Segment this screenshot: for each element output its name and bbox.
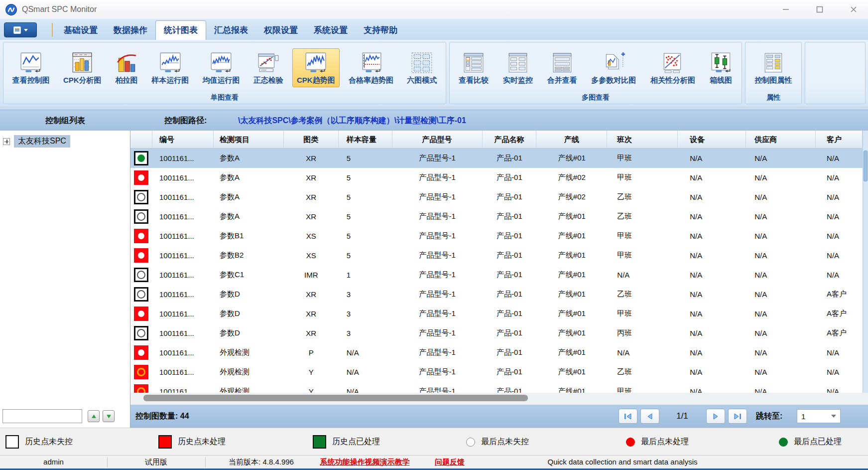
cell-1-8: N/A xyxy=(678,173,746,182)
tree-root-node[interactable]: 太友科技SPC xyxy=(14,135,70,148)
cell-3-3: 5 xyxy=(339,212,392,221)
cell-6-7: N/A xyxy=(607,271,678,279)
header-col-6[interactable]: 产线 xyxy=(536,131,607,149)
app-menu-icon[interactable] xyxy=(4,22,37,37)
tab-3[interactable]: 汇总报表 xyxy=(206,21,256,40)
vertical-scrollbar[interactable] xyxy=(863,131,868,393)
cell-2-4: 产品型号-1 xyxy=(392,192,483,202)
vertical-scrollbar-thumb[interactable] xyxy=(864,151,868,181)
legend-square-swatch xyxy=(158,435,172,449)
tab-6[interactable]: 支持帮助 xyxy=(356,21,405,40)
ribbon-button-2-0[interactable]: 控制图属性 xyxy=(750,48,797,87)
ribbon-button-1-0[interactable]: 查看比较 xyxy=(454,48,493,87)
white-ring-status-icon xyxy=(134,209,148,224)
ribbon-button-1-4[interactable]: 相关性分析图 xyxy=(646,48,700,87)
cell-5-3: 5 xyxy=(339,251,392,260)
cell-8-1: 参数D xyxy=(214,309,284,318)
legend-label: 最后点已处理 xyxy=(794,437,842,447)
first-page-icon[interactable] xyxy=(619,409,637,424)
tab-1[interactable]: 数据操作 xyxy=(106,21,155,40)
table-row[interactable]: 1001161...外观检测PN/A产品型号-1产品-01产线#01N/AN/A… xyxy=(130,343,863,362)
table-row[interactable]: 1001161...参数DXR3产品型号-1产品-01产线#01乙班N/AN/A… xyxy=(130,285,863,304)
tab-2[interactable]: 统计图表 xyxy=(155,20,206,40)
header-status-column[interactable] xyxy=(130,131,152,149)
ribbon-button-1-2[interactable]: 合并查看 xyxy=(543,48,582,87)
header-col-1[interactable]: 检测项目 xyxy=(214,131,284,149)
cell-3-0: 1001161... xyxy=(152,212,214,221)
cell-10-0: 1001161... xyxy=(152,348,214,357)
close-icon[interactable] xyxy=(846,3,861,15)
table-row[interactable]: 1001161...参数AXR5产品型号-1产品-01产线#01乙班N/AN/A… xyxy=(130,207,863,226)
minimize-icon[interactable] xyxy=(778,3,793,15)
table-row[interactable]: 1001161...参数DXR3产品型号-1产品-01产线#01丙班N/AN/A… xyxy=(130,323,863,343)
ribbon-button-0-8[interactable]: 六图模式 xyxy=(402,48,441,87)
cell-0-3: 5 xyxy=(339,154,392,162)
jump-to-select[interactable]: 1 xyxy=(797,409,841,423)
legend-item: 最后点未失控 xyxy=(466,428,529,456)
header-col-9[interactable]: 供应商 xyxy=(746,131,816,149)
tab-0[interactable]: 基础设置 xyxy=(56,21,106,40)
ribbon-button-label: 合并查看 xyxy=(547,76,577,85)
cell-11-0: 1001161... xyxy=(152,368,214,376)
cell-6-8: N/A xyxy=(678,271,746,279)
chart-path-value: \太友科技SPC\参考案例（以工序顺序构建）\计量型检测\工序-01 xyxy=(238,110,466,131)
cell-7-10: A客户 xyxy=(816,290,863,299)
table-row[interactable]: 1001161...外观检测YN/A产品型号-1产品-01产线#01甲班N/AN… xyxy=(130,382,863,393)
header-col-7[interactable]: 班次 xyxy=(607,131,678,149)
ribbon-button-1-3[interactable]: 多参数对比图 xyxy=(587,48,640,87)
header-col-8[interactable]: 设备 xyxy=(678,131,746,149)
cell-12-2: Y xyxy=(284,387,339,393)
video-tutorial-link[interactable]: 系统功能操作视频演示教学 xyxy=(311,456,418,469)
ribbon-button-0-7[interactable]: 合格率趋势图 xyxy=(344,48,398,87)
cell-6-5: 产品-01 xyxy=(483,270,537,280)
spin-down-icon[interactable] xyxy=(103,410,115,422)
ribbon-button-0-5[interactable]: 正态检验 xyxy=(249,48,288,87)
table-row[interactable]: 1001161...参数AXR5产品型号-1产品-01产线#01甲班N/AN/A… xyxy=(130,149,863,168)
ribbon-button-0-3[interactable]: 样本运行图 xyxy=(147,48,193,87)
maximize-icon[interactable] xyxy=(812,3,827,15)
tree-expand-icon[interactable] xyxy=(3,138,10,145)
header-col-3[interactable]: 样本容量 xyxy=(339,131,392,149)
cell-3-6: 产线#01 xyxy=(536,212,607,221)
horizontal-scrollbar[interactable] xyxy=(130,393,868,405)
ribbon-button-1-1[interactable]: 实时监控 xyxy=(498,48,537,87)
ribbon-button-0-4[interactable]: 均值运行图 xyxy=(198,48,244,87)
table-row[interactable]: 1001161...参数B1XS5产品型号-1产品-01产线#01甲班N/AN/… xyxy=(130,226,863,246)
header-col-5[interactable]: 产品名称 xyxy=(483,131,537,149)
cell-6-3: 1 xyxy=(339,271,392,279)
tree-root-row[interactable]: 太友科技SPC xyxy=(3,135,70,148)
last-page-icon[interactable] xyxy=(728,409,747,424)
cell-10-4: 产品型号-1 xyxy=(392,348,483,357)
tree-search-input[interactable] xyxy=(2,409,82,423)
ribbon-button-0-2[interactable]: 柏拉图 xyxy=(111,48,142,87)
table-row[interactable]: 1001161...外观检测YN/A产品型号-1产品-01产线#01乙班N/AN… xyxy=(130,362,863,382)
ribbon-button-1-5[interactable]: 箱线图 xyxy=(705,48,737,87)
header-col-0[interactable]: 编号 xyxy=(152,131,214,149)
prev-page-icon[interactable] xyxy=(640,409,659,424)
ribbon-button-0-1[interactable]: CPK分析图 xyxy=(59,48,106,87)
ribbon-button-0-6[interactable]: CPK趋势图 xyxy=(292,48,340,87)
table-row[interactable]: 1001161...参数AXR5产品型号-1产品-01产线#02乙班N/AN/A… xyxy=(130,187,863,207)
feedback-link[interactable]: 问题反馈 xyxy=(422,456,477,469)
table-row[interactable]: 1001161...参数C1IMR1产品型号-1产品-01产线#01N/AN/A… xyxy=(130,265,863,285)
table-row[interactable]: 1001161...参数AXR5产品型号-1产品-01产线#02甲班N/AN/A… xyxy=(130,168,863,187)
table-row[interactable]: 1001161...参数B2XS5产品型号-1产品-01产线#01甲班N/AN/… xyxy=(130,246,863,265)
table-row[interactable]: 1001161...参数DXR3产品型号-1产品-01产线#01甲班N/AN/A… xyxy=(130,304,863,323)
header-col-2[interactable]: 图类 xyxy=(284,131,339,149)
cell-1-4: 产品型号-1 xyxy=(392,173,483,182)
tab-5[interactable]: 系统设置 xyxy=(306,21,356,40)
ribbon-button-label: 相关性分析图 xyxy=(650,76,695,85)
cell-9-9: N/A xyxy=(746,329,816,337)
cell-9-3: 3 xyxy=(339,329,392,337)
spin-up-icon[interactable] xyxy=(88,410,100,422)
next-page-icon[interactable] xyxy=(706,409,725,424)
header-col-4[interactable]: 产品型号 xyxy=(392,131,483,149)
table-header-row: 编号检测项目图类样本容量产品型号产品名称产线班次设备供应商客户 xyxy=(130,131,863,149)
ribbon-button-0-0[interactable]: 查看控制图 xyxy=(8,48,54,87)
cell-5-1: 参数B2 xyxy=(214,251,284,260)
header-col-10[interactable]: 客户 xyxy=(816,131,863,149)
tab-4[interactable]: 权限设置 xyxy=(256,21,306,40)
cell-10-8: N/A xyxy=(678,348,746,357)
horizontal-scrollbar-thumb[interactable] xyxy=(143,395,528,401)
ribbon-group-label: 多图查看 xyxy=(450,93,742,104)
